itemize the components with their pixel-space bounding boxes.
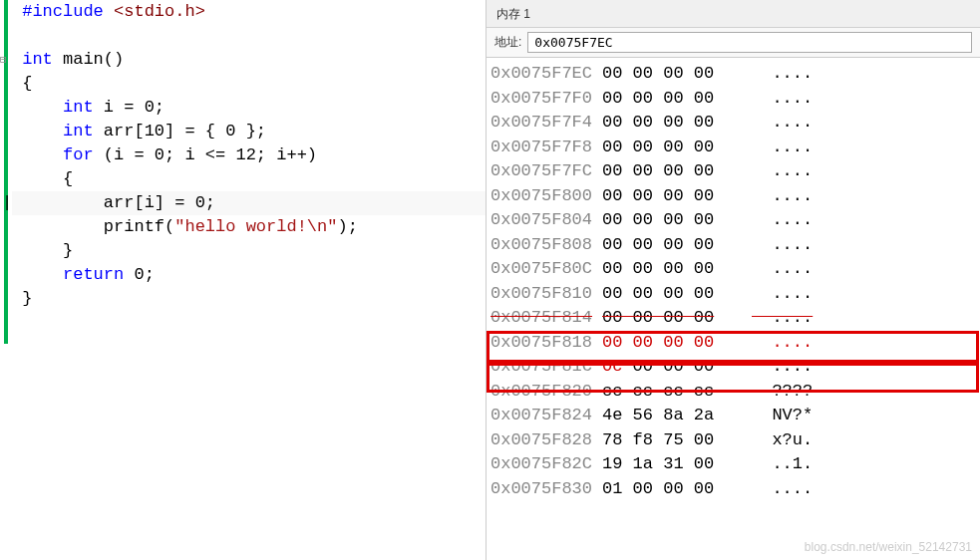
- watermark: blog.csdn.net/weixin_52142731: [805, 540, 972, 554]
- memory-ascii: ....: [752, 233, 813, 258]
- memory-row: 0x0075F7F0 00 00 00 00 ....: [490, 87, 980, 112]
- memory-address: 0x0075F830: [490, 477, 602, 502]
- code-line: int arr[10] = { 0 };: [12, 120, 486, 143]
- memory-title: 内存 1: [487, 0, 980, 28]
- memory-hex: cc cc cc cc: [602, 380, 752, 405]
- memory-address: 0x0075F814: [490, 306, 602, 331]
- code-line: for (i = 0; i <= 12; i++): [12, 143, 486, 167]
- code-line: [12, 24, 486, 48]
- for-expr: (i = 0; i <= 12; i++): [94, 145, 317, 164]
- memory-address: 0x0075F80C: [490, 257, 602, 282]
- include-keyword: #include: [22, 2, 104, 21]
- memory-address: 0x0075F7FC: [490, 159, 602, 184]
- memory-ascii: ....: [752, 87, 813, 112]
- memory-ascii: ????: [752, 380, 813, 405]
- caret-icon: |: [2, 191, 12, 215]
- memory-row: 0x0075F810 00 00 00 00 ....: [490, 282, 980, 307]
- memory-address: 0x0075F7F0: [490, 87, 602, 112]
- memory-ascii: ....: [752, 111, 813, 136]
- code-editor: #include <stdio.h> ⊟ int main() { int i …: [0, 0, 486, 560]
- memory-hex: 0c 00 00 00: [602, 355, 752, 380]
- address-input[interactable]: [527, 32, 972, 53]
- code-line: return 0;: [12, 263, 486, 287]
- memory-ascii: ....: [752, 208, 813, 233]
- memory-hex: 00 00 00 00: [602, 136, 752, 160]
- memory-ascii: ....: [752, 184, 813, 209]
- code-line: {: [12, 167, 486, 191]
- current-line: | arr[i] = 0;: [12, 191, 486, 215]
- memory-ascii: NV?*: [752, 404, 813, 428]
- memory-hex: 00 00 00 00: [602, 111, 752, 136]
- memory-hex: 00 00 00 00: [602, 306, 752, 331]
- memory-hex: 00 00 00 00: [602, 233, 752, 258]
- memory-panel: 内存 1 地址: 0x0075F7EC 00 00 00 00 ....0x00…: [486, 0, 980, 560]
- type-keyword: int: [63, 122, 94, 140]
- code-line: printf("hello world!\n");: [12, 215, 486, 239]
- memory-ascii: ....: [752, 477, 813, 502]
- return-keyword: return: [63, 265, 124, 284]
- memory-row: 0x0075F818 00 00 00 00 ....: [490, 331, 980, 356]
- memory-hex: 4e 56 8a 2a: [602, 404, 752, 428]
- memory-ascii: ....: [752, 331, 813, 356]
- memory-address: 0x0075F824: [490, 404, 602, 428]
- string-literal: "hello world!\n": [174, 217, 337, 236]
- memory-hex: 01 00 00 00: [602, 477, 752, 502]
- address-label: 地址:: [494, 34, 521, 51]
- assign-stmt: arr[i] = 0;: [104, 193, 215, 212]
- memory-body[interactable]: 0x0075F7EC 00 00 00 00 ....0x0075F7F0 00…: [487, 58, 980, 501]
- memory-hex: 00 00 00 00: [602, 282, 752, 307]
- memory-address: 0x0075F810: [490, 282, 602, 307]
- memory-row: 0x0075F7FC 00 00 00 00 ....: [490, 159, 980, 184]
- memory-row: 0x0075F81C 0c 00 00 00 ....: [490, 355, 980, 380]
- memory-hex: 00 00 00 00: [602, 62, 752, 87]
- memory-ascii: ....: [752, 257, 813, 282]
- memory-row: 0x0075F804 00 00 00 00 ....: [490, 208, 980, 233]
- memory-hex: 00 00 00 00: [602, 184, 752, 209]
- memory-ascii: ....: [752, 62, 813, 87]
- code-line: }: [12, 239, 486, 263]
- code-line: {: [12, 72, 486, 96]
- memory-hex: 19 1a 31 00: [602, 452, 752, 477]
- include-header: <stdio.h>: [114, 2, 205, 21]
- code-line: ⊟ int main(): [12, 48, 486, 72]
- memory-address: 0x0075F808: [490, 233, 602, 258]
- memory-row: 0x0075F824 4e 56 8a 2a NV?*: [490, 404, 980, 428]
- memory-hex: 78 f8 75 00: [602, 428, 752, 453]
- memory-hex: 00 00 00 00: [602, 257, 752, 282]
- memory-ascii: ....: [752, 136, 813, 160]
- code-line: }: [12, 287, 486, 311]
- collapse-icon[interactable]: ⊟: [0, 48, 7, 72]
- memory-ascii: ....: [752, 355, 813, 380]
- memory-row: 0x0075F830 01 00 00 00 ....: [490, 477, 980, 502]
- memory-address: 0x0075F800: [490, 184, 602, 209]
- memory-row: 0x0075F814 00 00 00 00 ....: [490, 306, 980, 331]
- memory-address: 0x0075F7EC: [490, 62, 602, 87]
- memory-address: 0x0075F7F8: [490, 136, 602, 160]
- memory-address: 0x0075F7F4: [490, 111, 602, 136]
- memory-header: 内存 1 地址:: [487, 0, 980, 58]
- return-val: 0;: [124, 265, 155, 284]
- memory-hex: 00 00 00 00: [602, 331, 752, 356]
- memory-address: 0x0075F818: [490, 331, 602, 356]
- memory-row: 0x0075F808 00 00 00 00 ....: [490, 233, 980, 258]
- code-line: int i = 0;: [12, 96, 486, 120]
- memory-row: 0x0075F82C 19 1a 31 00 ..1.: [490, 452, 980, 477]
- memory-ascii: ....: [752, 282, 813, 307]
- memory-row: 0x0075F7EC 00 00 00 00 ....: [490, 62, 980, 87]
- memory-address: 0x0075F820: [490, 380, 602, 405]
- for-keyword: for: [63, 145, 94, 164]
- memory-row: 0x0075F828 78 f8 75 00 x?u.: [490, 428, 980, 453]
- address-row: 地址:: [487, 28, 980, 57]
- memory-address: 0x0075F828: [490, 428, 602, 453]
- memory-ascii: ....: [752, 306, 813, 331]
- memory-ascii: x?u.: [752, 428, 813, 453]
- memory-hex: 00 00 00 00: [602, 159, 752, 184]
- memory-row: 0x0075F800 00 00 00 00 ....: [490, 184, 980, 209]
- main-name: main: [63, 50, 104, 69]
- memory-row: 0x0075F80C 00 00 00 00 ....: [490, 257, 980, 282]
- memory-ascii: ....: [752, 159, 813, 184]
- type-keyword: int: [22, 50, 53, 69]
- memory-address: 0x0075F804: [490, 208, 602, 233]
- memory-address: 0x0075F81C: [490, 355, 602, 380]
- memory-row: 0x0075F820 cc cc cc cc ????: [490, 380, 980, 405]
